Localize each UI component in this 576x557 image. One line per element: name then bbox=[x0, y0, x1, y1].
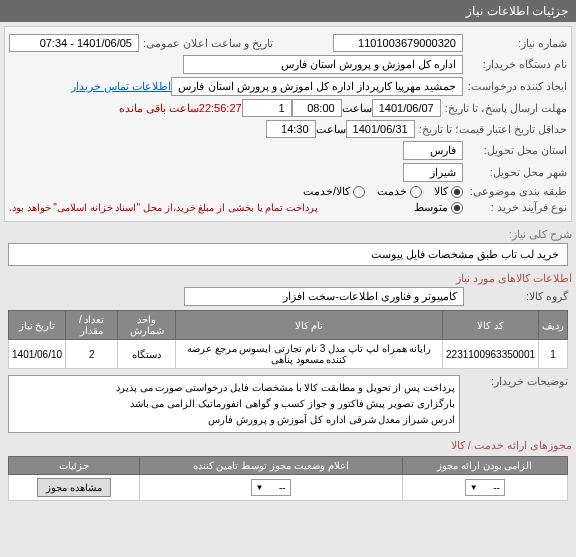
reply-deadline-label: مهلت ارسال پاسخ، تا تاریخ: bbox=[445, 102, 567, 115]
buyer-notes-label: توضیحات خریدار: bbox=[468, 375, 568, 388]
province-value: فارس bbox=[403, 141, 463, 160]
need-no-label: شماره نیاز: bbox=[467, 37, 567, 50]
goods-info-title: اطلاعات کالاهای مورد نیاز bbox=[4, 272, 572, 285]
buyer-notes-box: پرداخت پس از تحویل و مطابقت کالا با مشخص… bbox=[8, 375, 460, 433]
cell-row: 1 bbox=[539, 340, 568, 369]
license-row: -- ▼ -- ▼ مشاهده مجوز bbox=[9, 475, 568, 501]
th-row: ردیف bbox=[539, 311, 568, 340]
category-radio-group: کالا خدمت کالا/خدمت bbox=[303, 185, 463, 198]
radio-mid-icon bbox=[451, 202, 463, 214]
remain-count: 1 bbox=[242, 99, 292, 117]
buyer-org-label: نام دستگاه خریدار: bbox=[467, 58, 567, 71]
buy-type-note: پرداخت تمام یا بخشی از مبلغ خرید،از محل … bbox=[9, 202, 318, 213]
reply-date: 1401/06/07 bbox=[372, 99, 441, 117]
cell-date: 1401/06/10 bbox=[9, 340, 66, 369]
status-value: -- bbox=[279, 482, 286, 493]
page-header: جزئیات اطلاعات نیاز bbox=[0, 0, 576, 22]
lth-details: جزئیات bbox=[9, 457, 140, 475]
notes-line-3: ادرس شیراز معدل شرقی اداره کل آموزش و پر… bbox=[13, 412, 455, 428]
time-label-1: ساعت bbox=[342, 102, 372, 115]
main-info-section: شماره نیاز: 1101003679000320 تاریخ و ساع… bbox=[4, 26, 572, 222]
radio-goods-label: کالا bbox=[434, 185, 448, 198]
chevron-down-icon: ▼ bbox=[256, 483, 264, 492]
validity-label: حداقل تاریخ اعتبار قیمت؛ تا تاریخ: bbox=[419, 123, 567, 136]
radio-service-icon bbox=[410, 186, 422, 198]
notes-line-2: بارگزاری تصویر پیش فاکتور و جواز کسب و گ… bbox=[13, 396, 455, 412]
table-row: 1 2231100963350001 رایانه همراه لپ تاپ م… bbox=[9, 340, 568, 369]
group-label: گروه کالا: bbox=[468, 290, 568, 303]
mandatory-dropdown[interactable]: -- ▼ bbox=[465, 479, 505, 496]
time-label-2: ساعت bbox=[316, 123, 346, 136]
th-qty: تعداد / مقدار bbox=[66, 311, 118, 340]
contact-link[interactable]: اطلاعات تماس خریدار bbox=[71, 80, 171, 93]
validity-time: 14:30 bbox=[266, 120, 316, 138]
desc-title: شرح کلی نیاز: bbox=[4, 228, 572, 241]
mandatory-value: -- bbox=[493, 482, 500, 493]
licenses-title: مجوزهای ارائه خدمت / کالا bbox=[4, 439, 572, 452]
view-license-button[interactable]: مشاهده مجوز bbox=[37, 478, 111, 497]
lth-mandatory: الزامی بودن ارائه مجوز bbox=[402, 457, 567, 475]
need-no-value: 1101003679000320 bbox=[333, 34, 463, 52]
license-table: الزامی بودن ارائه مجوز اعلام وضعیت مجوز … bbox=[8, 456, 568, 501]
page-title: جزئیات اطلاعات نیاز bbox=[466, 4, 568, 18]
validity-date: 1401/06/31 bbox=[346, 120, 415, 138]
radio-service[interactable]: خدمت bbox=[377, 185, 422, 198]
announce-label: تاریخ و ساعت اعلان عمومی: bbox=[143, 37, 273, 50]
status-dropdown[interactable]: -- ▼ bbox=[251, 479, 291, 496]
group-value: کامپیوتر و فناوری اطلاعات-سخت افزار bbox=[184, 287, 464, 306]
radio-mid-label: متوسط bbox=[414, 201, 448, 214]
th-unit: واحد شمارش bbox=[118, 311, 176, 340]
radio-both-label: کالا/خدمت bbox=[303, 185, 350, 198]
cell-unit: دستگاه bbox=[118, 340, 176, 369]
description-block: شرح کلی نیاز: خرید لب تاب طبق مشخصات فای… bbox=[0, 228, 576, 266]
countdown-value: 22:56:27 bbox=[199, 102, 242, 114]
desc-value: خرید لب تاب طبق مشخصات فایل پیوست bbox=[8, 243, 568, 266]
announce-value: 1401/06/05 - 07:34 bbox=[9, 34, 139, 52]
lth-status: اعلام وضعیت مجوز توسط تامین کننده bbox=[139, 457, 402, 475]
chevron-down-icon: ▼ bbox=[470, 483, 478, 492]
buy-type-label: نوع فرآیند خرید : bbox=[467, 201, 567, 214]
th-date: تاریخ نیاز bbox=[9, 311, 66, 340]
creator-label: ایجاد کننده درخواست: bbox=[467, 80, 567, 93]
city-value: شیراز bbox=[403, 163, 463, 182]
city-label: شهر محل تحویل: bbox=[467, 166, 567, 179]
th-code: کد کالا bbox=[443, 311, 539, 340]
th-name: نام کالا bbox=[176, 311, 443, 340]
province-label: استان محل تحویل: bbox=[467, 144, 567, 157]
radio-service-label: خدمت bbox=[377, 185, 407, 198]
category-label: طبقه بندی موضوعی: bbox=[467, 185, 567, 198]
radio-both[interactable]: کالا/خدمت bbox=[303, 185, 365, 198]
cell-qty: 2 bbox=[66, 340, 118, 369]
radio-mid[interactable]: متوسط bbox=[414, 201, 463, 214]
cell-name: رایانه همراه لپ تاپ مدل 3 نام تجارتی ایس… bbox=[176, 340, 443, 369]
goods-table: ردیف کد کالا نام کالا واحد شمارش تعداد /… bbox=[8, 310, 568, 369]
radio-both-icon bbox=[353, 186, 365, 198]
reply-time: 08:00 bbox=[292, 99, 342, 117]
countdown-suffix: ساعت باقی مانده bbox=[119, 102, 199, 115]
creator-value: جمشید مهرپیا کارپرداز اداره کل اموزش و پ… bbox=[171, 77, 463, 96]
radio-goods[interactable]: کالا bbox=[434, 185, 463, 198]
cell-code: 2231100963350001 bbox=[443, 340, 539, 369]
buyer-org-value: اداره کل اموزش و پرورش استان فارس bbox=[183, 55, 463, 74]
notes-line-1: پرداخت پس از تحویل و مطابقت کالا با مشخص… bbox=[13, 380, 455, 396]
radio-goods-icon bbox=[451, 186, 463, 198]
